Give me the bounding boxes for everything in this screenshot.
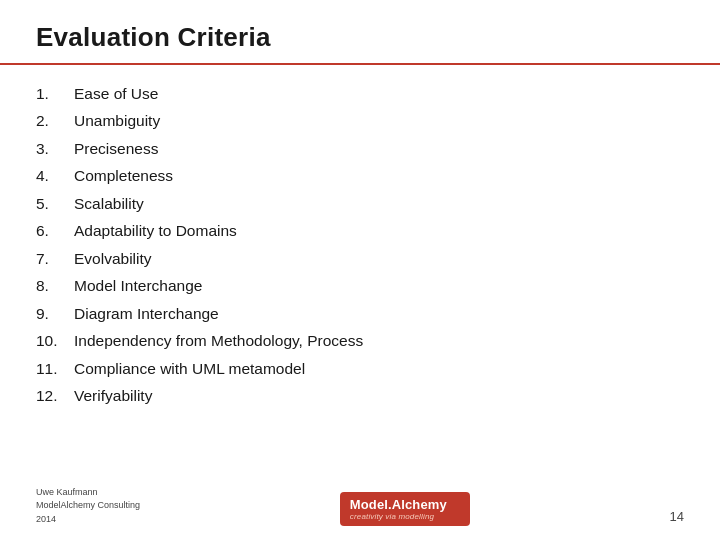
- criteria-num-6: 6.: [36, 220, 74, 242]
- criteria-text-8: Model Interchange: [74, 275, 202, 297]
- page-number: 14: [670, 509, 684, 526]
- criteria-item-7: 7.Evolvability: [36, 248, 684, 270]
- criteria-item-10: 10.Independency from Methodology, Proces…: [36, 330, 684, 352]
- criteria-num-2: 2.: [36, 110, 74, 132]
- criteria-text-2: Unambiguity: [74, 110, 160, 132]
- criteria-text-11: Compliance with UML metamodel: [74, 358, 305, 380]
- criteria-text-4: Completeness: [74, 165, 173, 187]
- criteria-num-12: 12.: [36, 385, 74, 407]
- criteria-text-1: Ease of Use: [74, 83, 158, 105]
- criteria-text-3: Preciseness: [74, 138, 158, 160]
- criteria-num-11: 11.: [36, 358, 74, 380]
- author-line1: Uwe Kaufmann: [36, 486, 140, 500]
- criteria-text-6: Adaptability to Domains: [74, 220, 237, 242]
- criteria-num-10: 10.: [36, 330, 74, 352]
- criteria-text-5: Scalability: [74, 193, 144, 215]
- criteria-item-4: 4.Completeness: [36, 165, 684, 187]
- criteria-list: 1.Ease of Use2.Unambiguity3.Preciseness4…: [36, 83, 684, 408]
- criteria-item-11: 11.Compliance with UML metamodel: [36, 358, 684, 380]
- criteria-num-8: 8.: [36, 275, 74, 297]
- logo-title: Model.Alchemy: [350, 497, 447, 512]
- slide-footer: Uwe Kaufmann ModelAlchemy Consulting 201…: [0, 472, 720, 540]
- criteria-item-6: 6.Adaptability to Domains: [36, 220, 684, 242]
- criteria-item-1: 1.Ease of Use: [36, 83, 684, 105]
- logo-subtitle: creativity via modelling: [350, 512, 434, 521]
- criteria-num-1: 1.: [36, 83, 74, 105]
- criteria-num-3: 3.: [36, 138, 74, 160]
- criteria-item-2: 2.Unambiguity: [36, 110, 684, 132]
- footer-author-block: Uwe Kaufmann ModelAlchemy Consulting 201…: [36, 486, 140, 527]
- author-line3: 2014: [36, 513, 140, 527]
- footer-logo: Model.Alchemy creativity via modelling: [340, 492, 470, 526]
- criteria-item-9: 9.Diagram Interchange: [36, 303, 684, 325]
- criteria-item-3: 3.Preciseness: [36, 138, 684, 160]
- criteria-text-12: Verifyability: [74, 385, 152, 407]
- criteria-item-5: 5.Scalability: [36, 193, 684, 215]
- author-line2: ModelAlchemy Consulting: [36, 499, 140, 513]
- criteria-item-8: 8.Model Interchange: [36, 275, 684, 297]
- slide-content: 1.Ease of Use2.Unambiguity3.Preciseness4…: [0, 65, 720, 472]
- criteria-text-7: Evolvability: [74, 248, 152, 270]
- slide-header: Evaluation Criteria: [0, 0, 720, 63]
- criteria-num-4: 4.: [36, 165, 74, 187]
- slide: Evaluation Criteria 1.Ease of Use2.Unamb…: [0, 0, 720, 540]
- criteria-num-5: 5.: [36, 193, 74, 215]
- slide-title: Evaluation Criteria: [36, 22, 684, 53]
- criteria-text-10: Independency from Methodology, Process: [74, 330, 363, 352]
- criteria-text-9: Diagram Interchange: [74, 303, 219, 325]
- criteria-num-9: 9.: [36, 303, 74, 325]
- logo-box: Model.Alchemy creativity via modelling: [340, 492, 470, 526]
- criteria-num-7: 7.: [36, 248, 74, 270]
- criteria-item-12: 12.Verifyability: [36, 385, 684, 407]
